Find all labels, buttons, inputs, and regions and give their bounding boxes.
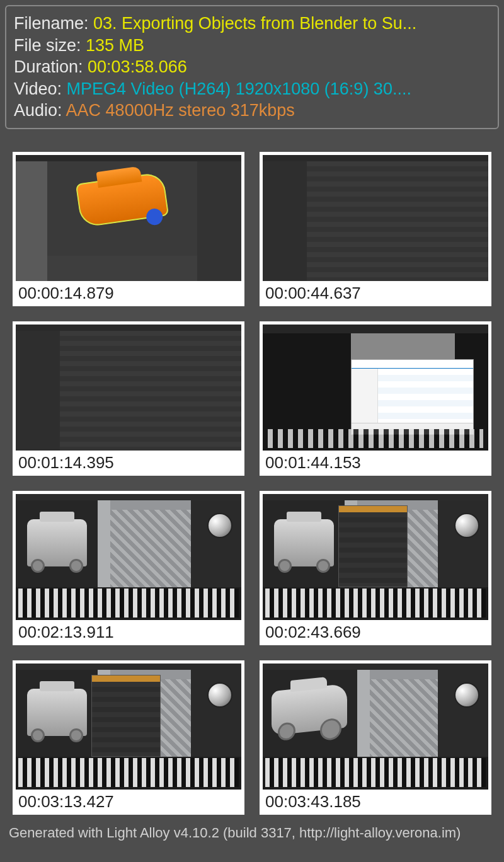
duration-value: 00:03:58.066	[88, 57, 187, 76]
thumbnail[interactable]: 00:03:13.427	[13, 660, 244, 815]
file-info-panel: Filename: 03. Exporting Objects from Ble…	[5, 5, 499, 129]
duration-label: Duration:	[14, 57, 88, 76]
thumbnail[interactable]: 00:00:44.637	[260, 152, 491, 306]
thumbnail-image	[16, 325, 241, 451]
audio-value: AAC 48000Hz stereo 317kbps	[66, 101, 295, 120]
filesize-value: 135 MB	[86, 36, 144, 55]
filename-label: Filename:	[14, 14, 93, 33]
thumbnail-image	[263, 494, 488, 620]
filename-value: 03. Exporting Objects from Blender to Su…	[93, 14, 416, 33]
audio-label: Audio:	[14, 101, 66, 120]
filename-row: Filename: 03. Exporting Objects from Ble…	[14, 13, 490, 35]
video-value: MPEG4 Video (H264) 1920x1080 (16:9) 30..…	[67, 79, 411, 98]
thumbnail[interactable]: 00:02:43.669	[260, 491, 491, 645]
thumbnail[interactable]: 00:01:14.395	[13, 321, 244, 476]
thumbnail-image	[16, 664, 241, 790]
thumbnail-timestamp: 00:00:14.879	[16, 281, 241, 303]
video-row: Video: MPEG4 Video (H264) 1920x1080 (16:…	[14, 78, 490, 100]
video-label: Video:	[14, 79, 67, 98]
duration-row: Duration: 00:03:58.066	[14, 56, 490, 78]
audio-row: Audio: AAC 48000Hz stereo 317kbps	[14, 100, 490, 122]
thumbnail[interactable]: 00:00:14.879	[13, 152, 244, 306]
thumbnail-image	[16, 155, 241, 281]
thumbnail-image	[16, 494, 241, 620]
thumbnail-timestamp: 00:01:14.395	[16, 451, 241, 473]
footer-text: Generated with Light Alloy v4.10.2 (buil…	[0, 821, 504, 845]
thumbnail[interactable]: 00:01:44.153	[260, 321, 491, 476]
filesize-label: File size:	[14, 36, 86, 55]
thumbnail-image	[263, 325, 488, 451]
thumbnail-timestamp: 00:03:13.427	[16, 790, 241, 812]
thumbnail[interactable]: 00:03:43.185	[260, 660, 491, 815]
thumbnail[interactable]: 00:02:13.911	[13, 491, 244, 645]
thumbnail-timestamp: 00:02:43.669	[263, 620, 488, 642]
thumbnail-image	[263, 664, 488, 790]
thumbnail-image	[263, 155, 488, 281]
thumbnail-timestamp: 00:01:44.153	[263, 451, 488, 473]
thumbnail-timestamp: 00:00:44.637	[263, 281, 488, 303]
filesize-row: File size: 135 MB	[14, 35, 490, 57]
thumbnail-timestamp: 00:03:43.185	[263, 790, 488, 812]
thumbnail-grid: 00:00:14.87900:00:44.63700:01:14.39500:0…	[0, 134, 504, 821]
thumbnail-timestamp: 00:02:13.911	[16, 620, 241, 642]
